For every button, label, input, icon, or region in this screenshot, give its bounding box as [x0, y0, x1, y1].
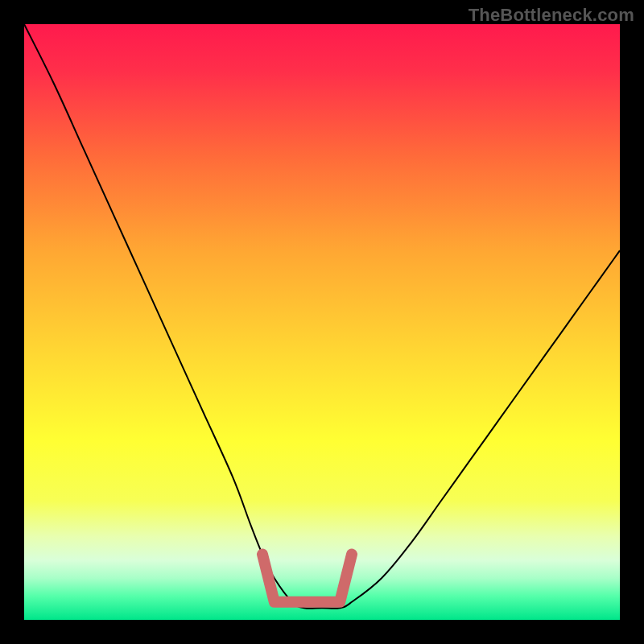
- chart-lines-layer: [24, 24, 620, 620]
- bottleneck-curve-line: [24, 24, 620, 609]
- chart-frame: TheBottleneck.com: [0, 0, 644, 644]
- optimal-bracket-line: [262, 555, 352, 602]
- chart-plot-area: [24, 24, 620, 620]
- watermark-text: TheBottleneck.com: [469, 5, 634, 26]
